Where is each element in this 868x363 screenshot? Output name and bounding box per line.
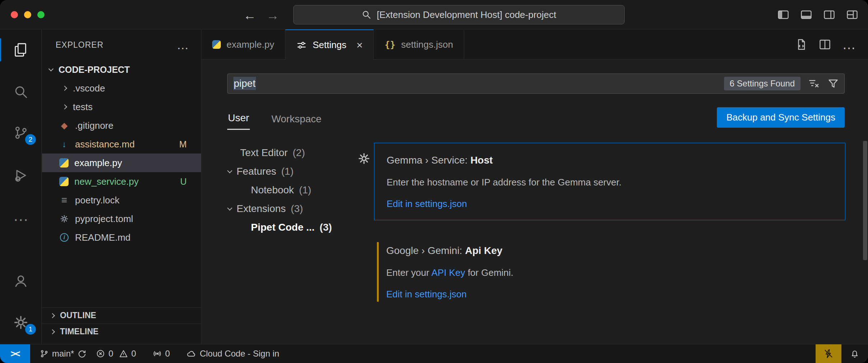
sync-changes-icon[interactable]	[77, 349, 87, 358]
toc-item-notebook[interactable]: Notebook (1)	[227, 181, 367, 199]
tree-root-code-project[interactable]: CODE-PROJECT	[42, 60, 201, 79]
tree-item-new-service-py[interactable]: new_service.py U	[42, 172, 201, 191]
tree-item-readme-md[interactable]: i README.md	[42, 228, 201, 247]
lock-file-icon: ≡	[59, 195, 69, 205]
git-modified-badge: M	[179, 139, 187, 150]
setting-gear-icon[interactable]	[357, 152, 371, 165]
forward-arrow-icon[interactable]: →	[266, 8, 279, 23]
close-tab-icon[interactable]: ×	[356, 39, 363, 51]
toc-count: (3)	[291, 203, 303, 214]
tree-item-example-py[interactable]: example.py	[42, 154, 201, 172]
warning-count: 0	[131, 349, 136, 359]
filter-funnel-icon[interactable]	[827, 77, 839, 90]
toggle-secondary-sidebar-icon[interactable]	[823, 8, 836, 21]
ports-status[interactable]: 0	[153, 349, 172, 359]
edit-in-settings-json-link[interactable]: Edit in settings.json	[386, 288, 833, 300]
tree-item-pyproject-toml[interactable]: pyproject.toml	[42, 209, 201, 228]
toggle-panel-icon[interactable]	[800, 8, 813, 21]
toc-label: Text Editor	[240, 147, 288, 159]
customize-layout-icon[interactable]	[846, 8, 859, 21]
edit-in-settings-json-link[interactable]: Edit in settings.json	[387, 198, 833, 210]
close-window-button[interactable]	[11, 11, 18, 18]
notifications-status[interactable]	[841, 349, 868, 359]
settings-scope-row: User Workspace Backup and Sync Settings	[227, 105, 845, 130]
tab-example-py[interactable]: example.py	[201, 29, 285, 60]
tab-settings[interactable]: Settings ×	[285, 29, 374, 60]
setting-row-google-gemini-api-key[interactable]: Google › Gemini: Api Key Enter your API …	[374, 234, 845, 310]
results-count-badge: 6 Settings Found	[724, 77, 801, 90]
scope-tab-workspace[interactable]: Workspace	[271, 109, 322, 130]
backup-sync-settings-button[interactable]: Backup and Sync Settings	[717, 107, 845, 128]
setting-row-gemma-service-host[interactable]: Gemma › Service: Host Enter the hostname…	[374, 143, 845, 220]
screencast-warning-status[interactable]	[816, 344, 841, 363]
back-arrow-icon[interactable]: ←	[243, 8, 256, 23]
search-icon	[361, 10, 372, 20]
toc-item-features[interactable]: Features (1)	[227, 162, 367, 181]
cloud-code-status[interactable]: Cloud Code - Sign in	[186, 349, 279, 359]
tab-settings-json[interactable]: {} settings.json	[374, 29, 464, 60]
branch-icon	[39, 349, 49, 358]
chevron-down-icon	[48, 66, 53, 71]
zoom-window-button[interactable]	[37, 11, 45, 18]
file-label: README.md	[75, 232, 131, 243]
command-center[interactable]: [Extension Development Host] code-projec…	[293, 5, 625, 24]
toc-label: Features	[237, 166, 276, 177]
history-nav: ← →	[243, 8, 279, 23]
explorer-activity-button[interactable]	[0, 36, 42, 63]
minimize-window-button[interactable]	[24, 11, 31, 18]
tree-item-vscode-folder[interactable]: .vscode	[42, 79, 201, 98]
status-right	[816, 344, 868, 363]
toml-gear-icon	[59, 214, 69, 224]
markdown-file-icon: ↓	[59, 139, 69, 149]
toc-count: (1)	[299, 184, 311, 196]
timeline-section-header[interactable]: TIMELINE	[42, 324, 201, 339]
settings-list: Gemma › Service: Host Enter the hostname…	[374, 143, 845, 344]
tree-item-gitignore[interactable]: ◆ .gitignore	[42, 116, 201, 135]
lightning-slash-icon	[823, 348, 834, 359]
status-bar: >< main* 0 0 0	[0, 344, 868, 363]
settings-badge: 1	[25, 324, 36, 335]
scope-tab-user[interactable]: User	[227, 108, 250, 130]
root-label: CODE-PROJECT	[59, 65, 130, 75]
file-label: new_service.py	[74, 176, 139, 187]
api-key-link[interactable]: API Key	[431, 267, 465, 278]
source-control-activity-button[interactable]: 2	[0, 119, 42, 146]
toc-count: (1)	[281, 166, 294, 177]
outline-section-header[interactable]: OUTLINE	[42, 307, 201, 323]
tree-item-tests-folder[interactable]: tests	[42, 98, 201, 116]
manage-settings-activity-button[interactable]: 1	[0, 309, 42, 336]
accounts-activity-button[interactable]	[0, 267, 42, 294]
more-actions-icon[interactable]: …	[842, 42, 856, 47]
problems-status[interactable]: 0 0	[96, 349, 138, 359]
toc-item-pipet-code[interactable]: Pipet Code ... (3)	[227, 218, 367, 237]
toggle-primary-sidebar-icon[interactable]	[777, 8, 790, 21]
git-branch-status[interactable]: main*	[39, 349, 87, 359]
search-activity-button[interactable]	[0, 78, 42, 105]
editor-actions: …	[795, 29, 868, 59]
active-indicator	[0, 38, 1, 61]
tree-item-poetry-lock[interactable]: ≡ poetry.lock	[42, 191, 201, 209]
traffic-lights	[11, 11, 45, 18]
views-more-actions-icon[interactable]: …	[177, 43, 189, 47]
open-settings-json-icon[interactable]	[795, 38, 808, 51]
chevron-down-icon	[227, 205, 232, 210]
more-views-activity-button[interactable]: …	[0, 202, 42, 229]
file-label: pyproject.toml	[75, 213, 133, 225]
setting-row-google-gemini-text-model[interactable]: Google › Gemini: Text Model	[374, 335, 845, 344]
clear-filters-icon[interactable]	[808, 77, 820, 90]
python-file-icon	[212, 40, 221, 49]
activity-bar: 2 … 1	[0, 29, 42, 344]
settings-search-input[interactable]: pipet 6 Settings Found	[227, 74, 845, 94]
tree-item-assistance-md[interactable]: ↓ assistance.md M	[42, 135, 201, 154]
git-file-icon: ◆	[59, 121, 69, 131]
run-debug-activity-button[interactable]	[0, 162, 42, 189]
file-tree: CODE-PROJECT .vscode tests ◆ .gitignore …	[42, 60, 201, 247]
settings-scrollbar[interactable]	[863, 141, 867, 260]
vscode-window: ← → [Extension Development Host] code-pr…	[0, 0, 868, 363]
toc-item-extensions[interactable]: Extensions (3)	[227, 199, 367, 218]
chevron-right-icon	[50, 313, 55, 318]
split-editor-icon[interactable]	[818, 38, 831, 51]
file-label: example.py	[74, 157, 122, 169]
toc-item-text-editor[interactable]: Text Editor (2)	[227, 143, 367, 162]
remote-indicator[interactable]: ><	[0, 344, 30, 363]
